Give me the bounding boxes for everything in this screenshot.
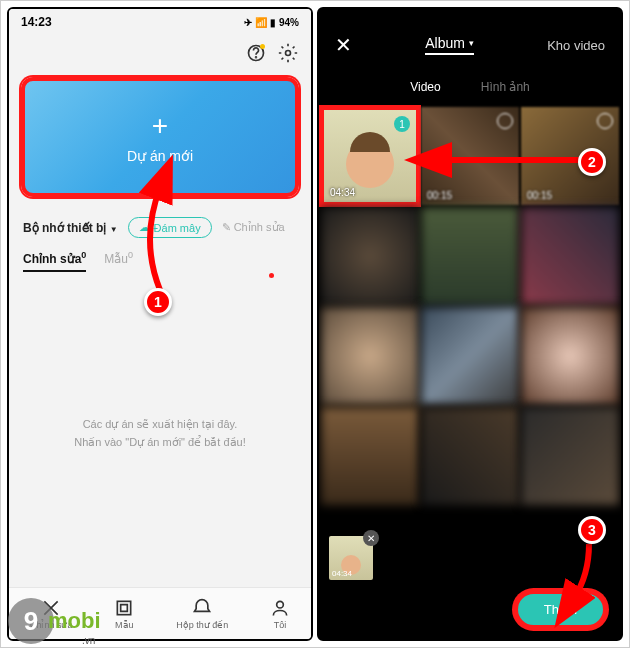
settings-icon[interactable]	[277, 42, 299, 64]
video-thumb[interactable]	[321, 207, 419, 305]
new-project-button[interactable]: + Dự án mới	[21, 77, 299, 197]
arrow-2	[430, 140, 590, 184]
picker-topbar: ✕ Album ▾ Kho video	[319, 21, 621, 69]
nav-inbox[interactable]: Hộp thư đến	[176, 598, 228, 630]
new-project-label: Dự án mới	[127, 148, 193, 164]
watermark: 9 mobi .vn	[8, 598, 101, 644]
status-bar: 14:23 ✈📶▮94%	[9, 9, 311, 35]
video-thumb[interactable]	[321, 407, 419, 505]
empty-message: Các dự án sẽ xuất hiện tại đây. Nhấn vào…	[74, 416, 246, 451]
media-type-tabs: Video Hình ảnh	[319, 69, 621, 105]
tab-video[interactable]: Video	[410, 80, 440, 94]
video-thumb[interactable]	[321, 307, 419, 405]
svg-point-1	[256, 57, 257, 58]
svg-point-4	[277, 601, 284, 608]
video-thumb[interactable]	[421, 307, 519, 405]
status-icons: ✈📶▮94%	[244, 17, 299, 28]
mini-duration: 04:34	[332, 569, 352, 578]
step-badge-2: 2	[578, 148, 606, 176]
edit-toggle[interactable]: ✎ Chỉnh sửa	[222, 221, 285, 234]
video-duration: 04:34	[330, 187, 355, 198]
status-time: 14:23	[21, 15, 52, 29]
select-circle	[497, 113, 513, 129]
selected-mini-thumb[interactable]: ✕ 04:34	[329, 536, 373, 580]
chevron-down-icon: ▾	[469, 38, 474, 48]
nav-template[interactable]: Mẫu	[114, 598, 134, 630]
remove-selection-icon[interactable]: ✕	[363, 530, 379, 546]
video-thumb[interactable]	[521, 207, 619, 305]
help-icon[interactable]	[245, 42, 267, 64]
album-dropdown[interactable]: Album ▾	[425, 35, 474, 55]
plus-icon: +	[152, 110, 168, 142]
empty-projects-area: Các dự án sẽ xuất hiện tại đây. Nhấn vào…	[9, 280, 311, 587]
select-circle	[597, 113, 613, 129]
nav-me[interactable]: Tôi	[270, 598, 290, 630]
notification-dot	[269, 273, 274, 278]
tab-template[interactable]: Mẫu0	[104, 250, 133, 272]
arrow-3	[554, 540, 604, 614]
tab-image[interactable]: Hình ảnh	[481, 80, 530, 94]
watermark-text: mobi	[48, 608, 101, 634]
video-thumb[interactable]	[521, 307, 619, 405]
video-thumb[interactable]	[421, 207, 519, 305]
svg-point-2	[286, 51, 291, 56]
close-icon[interactable]: ✕	[335, 33, 352, 57]
step-badge-1: 1	[144, 288, 172, 316]
top-toolbar	[9, 35, 311, 71]
stock-video-tab[interactable]: Kho video	[547, 38, 605, 53]
step-badge-3: 3	[578, 516, 606, 544]
svg-rect-3	[118, 601, 131, 614]
watermark-suffix: .vn	[82, 635, 95, 646]
tab-edit[interactable]: Chỉnh sửa0	[23, 250, 86, 272]
video-thumb-selected[interactable]: 1 04:34	[321, 107, 419, 205]
selection-number: 1	[394, 116, 410, 132]
video-thumb[interactable]	[421, 407, 519, 505]
video-thumb[interactable]	[521, 407, 619, 505]
avatar-face	[346, 140, 394, 188]
storage-label[interactable]: Bộ nhớ thiết bị ▼	[23, 221, 118, 235]
left-phone-screen: 14:23 ✈📶▮94% + Dự án mới Bộ nhớ thiết bị…	[7, 7, 313, 641]
arrow-1	[130, 180, 190, 304]
